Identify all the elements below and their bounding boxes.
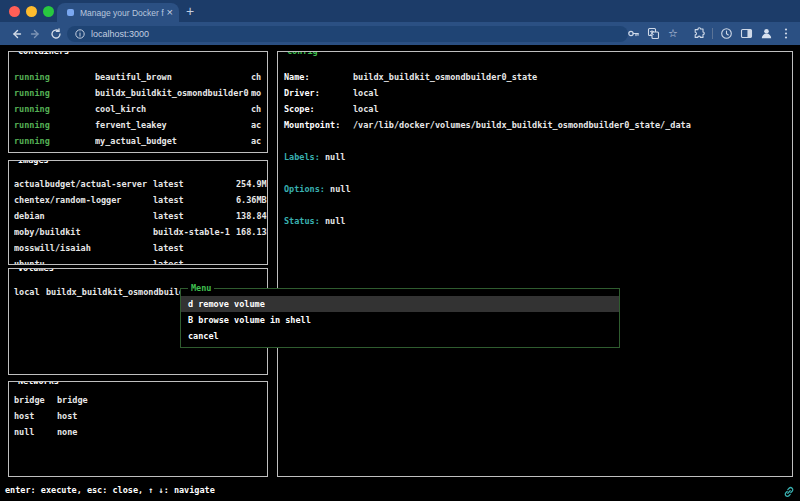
- config-field: Labels: null: [284, 149, 788, 165]
- config-value: null: [325, 152, 345, 162]
- menu-item-remove-volume[interactable]: d remove volume: [181, 296, 619, 312]
- volume-driver: local: [14, 284, 46, 300]
- tab-strip: Manage your Docker fleet w × +: [0, 0, 800, 22]
- container-image: mo: [251, 85, 267, 101]
- back-icon[interactable]: [6, 26, 26, 42]
- network-driver: bridge: [57, 392, 267, 408]
- image-name: debian: [14, 208, 153, 224]
- image-tag: latest: [153, 176, 236, 192]
- reload-icon[interactable]: [46, 26, 66, 42]
- browser-toolbar: localhost:3000 ☆: [0, 22, 800, 45]
- menu-kebab-icon[interactable]: [776, 26, 796, 42]
- container-image: ch: [251, 69, 267, 85]
- config-field: Driver: local: [284, 85, 788, 101]
- container-name: titi: [95, 149, 251, 153]
- forward-icon[interactable]: [26, 26, 46, 42]
- image-row[interactable]: mosswill/isaiah latest: [9, 240, 267, 256]
- config-panel-title: Config: [284, 51, 321, 57]
- tab-title: Manage your Docker fleet w: [80, 8, 164, 18]
- image-size: [236, 256, 267, 265]
- url-text: localhost:3000: [91, 29, 149, 39]
- password-key-icon[interactable]: [623, 26, 643, 42]
- menu-popup-title: Menu: [188, 283, 214, 294]
- extensions-puzzle-icon[interactable]: [689, 26, 709, 42]
- extension-icon[interactable]: [716, 26, 736, 42]
- image-row[interactable]: chentex/random-logger latest 6.36MB: [9, 192, 267, 208]
- container-image: ch: [251, 101, 267, 117]
- traffic-light-close-button[interactable]: [9, 6, 20, 17]
- image-row[interactable]: moby/buildkit buildx-stable-1 168.13MB: [9, 224, 267, 240]
- toolbar-separator: [712, 28, 713, 39]
- containers-panel-title: Containers: [15, 51, 72, 57]
- network-name: bridge: [14, 392, 57, 408]
- config-field: Status: null: [284, 213, 788, 229]
- new-tab-button[interactable]: +: [186, 3, 194, 19]
- menu-item-cancel[interactable]: cancel: [181, 328, 619, 344]
- config-field: Name: buildx_buildkit_osmondbuilder0_sta…: [284, 69, 788, 85]
- container-status: running: [14, 85, 95, 101]
- container-row[interactable]: running titi ch: [9, 149, 267, 153]
- browser-tab[interactable]: Manage your Docker fleet w ×: [57, 3, 179, 22]
- container-name: beautiful_brown: [95, 69, 251, 85]
- image-name: chentex/random-logger: [14, 192, 153, 208]
- hotkey-status-bar: enter: execute, esc: close, ↑ ↓: navigat…: [5, 483, 215, 497]
- container-status: running: [14, 133, 95, 149]
- container-row[interactable]: running cool_kirch ch: [9, 101, 267, 117]
- site-info-icon[interactable]: [75, 29, 85, 39]
- network-row[interactable]: bridge bridge: [9, 392, 267, 408]
- bookmark-star-icon[interactable]: ☆: [663, 26, 683, 42]
- container-status: running: [14, 149, 95, 153]
- config-key: Status:: [284, 216, 320, 226]
- container-row[interactable]: running beautiful_brown ch: [9, 69, 267, 85]
- network-name: host: [14, 408, 57, 424]
- container-name: buildx_buildkit_osmondbuilder0: [95, 85, 251, 101]
- volumes-panel-title: Volumes: [15, 268, 57, 274]
- images-panel-title: Images: [15, 160, 52, 166]
- container-name: my_actual_budget: [95, 133, 251, 149]
- image-tag: latest: [153, 208, 236, 224]
- image-size: [236, 240, 267, 256]
- image-tag: latest: [153, 192, 236, 208]
- config-key: Labels:: [284, 152, 320, 162]
- network-driver: host: [57, 408, 267, 424]
- address-bar[interactable]: localhost:3000: [67, 26, 628, 42]
- config-key: Name:: [284, 69, 353, 85]
- network-driver: none: [57, 424, 267, 440]
- image-tag: latest: [153, 256, 236, 265]
- menu-popup: Menu d remove volume B browse volume in …: [180, 288, 620, 348]
- container-status: running: [14, 101, 95, 117]
- network-name: null: [14, 424, 57, 440]
- config-field: Options: null: [284, 181, 788, 197]
- side-panel-icon[interactable]: [736, 26, 756, 42]
- network-row[interactable]: host host: [9, 408, 267, 424]
- tab-favicon: [67, 9, 74, 16]
- container-row[interactable]: running fervent_leakey ac: [9, 117, 267, 133]
- image-row[interactable]: actualbudget/actual-server latest 254.9M…: [9, 176, 267, 192]
- profile-avatar[interactable]: [756, 26, 776, 42]
- config-key: Options:: [284, 184, 325, 194]
- config-value: local: [353, 101, 788, 117]
- browser-window: Manage your Docker fleet w × + localhost…: [0, 0, 800, 501]
- close-tab-icon[interactable]: ×: [167, 7, 173, 18]
- config-key: Scope:: [284, 101, 353, 117]
- link-icon[interactable]: [783, 486, 795, 498]
- images-panel: Images actualbudget/actual-server latest…: [8, 160, 268, 265]
- config-key: Mountpoint:: [284, 117, 353, 133]
- config-panel: Config Name: buildx_buildkit_osmondbuild…: [277, 51, 793, 477]
- traffic-light-minimize-button[interactable]: [26, 6, 37, 17]
- traffic-light-zoom-button[interactable]: [43, 6, 54, 17]
- containers-panel: Containers running beautiful_brown ch ru…: [8, 51, 268, 153]
- container-name: cool_kirch: [95, 101, 251, 117]
- container-status: running: [14, 69, 95, 85]
- network-row[interactable]: null none: [9, 424, 267, 440]
- config-field: Scope: local: [284, 101, 788, 117]
- container-row[interactable]: running buildx_buildkit_osmondbuilder0 m…: [9, 85, 267, 101]
- container-image: ac: [251, 117, 267, 133]
- container-row[interactable]: running my_actual_budget ac: [9, 133, 267, 149]
- translate-icon[interactable]: [643, 26, 663, 42]
- menu-item-browse-volume-in-shell[interactable]: B browse volume in shell: [181, 312, 619, 328]
- image-tag: buildx-stable-1: [153, 224, 236, 240]
- image-row[interactable]: ubuntu latest: [9, 256, 267, 265]
- config-field: Mountpoint: /var/lib/docker/volumes/buil…: [284, 117, 788, 133]
- image-row[interactable]: debian latest 138.84MB: [9, 208, 267, 224]
